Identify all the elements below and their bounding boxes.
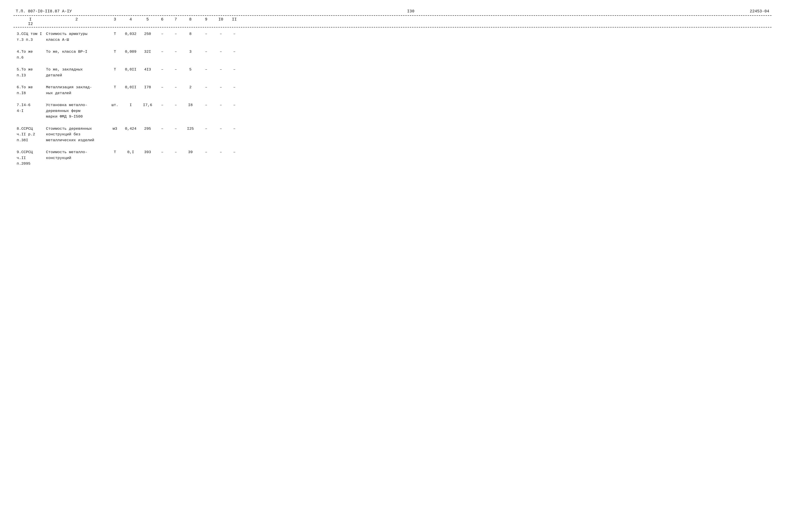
col-11: II: [228, 17, 241, 22]
cell-unit: Т: [108, 31, 122, 37]
cell-col10: –: [198, 84, 214, 90]
cell-col11: –: [214, 102, 228, 108]
cell-col10: –: [198, 126, 214, 132]
cell-ref: 4.То же п.6: [16, 49, 45, 60]
cell-col11: –: [214, 126, 228, 132]
cell-unit: Т: [108, 84, 122, 90]
cell-price: 4I3: [140, 67, 155, 73]
cell-price: 32I: [140, 49, 155, 55]
cell-unit: Т: [108, 49, 122, 55]
cell-price: I78: [140, 84, 155, 90]
cell-col9: I25: [182, 126, 198, 132]
cell-col12: –: [228, 102, 241, 108]
cell-qty: 0,I: [122, 149, 140, 155]
cell-col12: –: [228, 126, 241, 132]
cell-ref: 6.То же п.I8: [16, 84, 45, 96]
cell-col12: –: [228, 31, 241, 37]
cell-ref: 7.I4-6 4-I: [16, 102, 45, 114]
cell-col8: –: [169, 31, 182, 37]
cell-qty: 0,0II: [122, 84, 140, 90]
cell-col9: 5: [182, 67, 198, 73]
cell-ref: 9.ССРСЦ ч.II п.2095: [16, 149, 45, 167]
cell-col8: –: [169, 149, 182, 155]
cell-col11: –: [214, 67, 228, 73]
cell-ref: 5.То же п.I3: [16, 67, 45, 78]
table-row: 4.То же п.6То же, класса ВР–IТ0,00932I––…: [16, 46, 769, 63]
cell-col12: –: [228, 67, 241, 73]
cell-qty: 0,424: [122, 126, 140, 132]
cell-price: 295: [140, 126, 155, 132]
column-headers: I 2 3 4 5 6 7 8 9 I0 II I2: [14, 17, 771, 27]
cell-col8: –: [169, 49, 182, 55]
cell-desc: То же, класса ВР–I: [45, 49, 108, 55]
cell-col10: –: [198, 149, 214, 155]
cell-col7: –: [155, 102, 169, 108]
cell-qty: 0,0II: [122, 67, 140, 73]
cell-col8: –: [169, 126, 182, 132]
table-row: 9.ССРСЦ ч.II п.2095Стоимость металло- ко…: [16, 146, 769, 170]
cell-desc: Стоимость деревянных конструкций без мет…: [45, 126, 108, 143]
cell-unit: Т: [108, 67, 122, 73]
header-right: 22453-04: [750, 9, 769, 14]
cell-qty: 0,009: [122, 49, 140, 55]
cell-col8: –: [169, 102, 182, 108]
col-3: 3: [108, 17, 122, 22]
cell-col11: –: [214, 149, 228, 155]
cell-col7: –: [155, 149, 169, 155]
col-7: 7: [169, 17, 182, 22]
cell-col11: –: [214, 31, 228, 37]
cell-qty: 0,032: [122, 31, 140, 37]
cell-col7: –: [155, 67, 169, 73]
cell-price: 393: [140, 149, 155, 155]
cell-desc: Металлизация заклад- ных деталей: [45, 84, 108, 96]
cell-col9: I8: [182, 102, 198, 108]
cell-col9: 39: [182, 149, 198, 155]
cell-col7: –: [155, 84, 169, 90]
cell-unit: м3: [108, 126, 122, 132]
table-row: 6.То же п.I8Металлизация заклад- ных дет…: [16, 81, 769, 99]
cell-col11: –: [214, 49, 228, 55]
table-row: 3.ССЦ том I т.3 п.3Стоимость арматуры кл…: [16, 28, 769, 46]
cell-desc: Стоимость металло- конструкций: [45, 149, 108, 161]
col-4: 4: [122, 17, 140, 22]
col-2: 2: [45, 17, 108, 22]
cell-col10: –: [198, 102, 214, 108]
cell-col7: –: [155, 31, 169, 37]
col-6: 6: [155, 17, 169, 22]
cell-col12: –: [228, 84, 241, 90]
cell-ref: 3.ССЦ том I т.3 п.3: [16, 31, 45, 43]
cell-col8: –: [169, 67, 182, 73]
cell-col10: –: [198, 49, 214, 55]
cell-col7: –: [155, 49, 169, 55]
col-9: 9: [198, 17, 214, 22]
table-row: 5.То же п.I3То же, закладных деталейТ0,0…: [16, 63, 769, 81]
cell-price: 250: [140, 31, 155, 37]
cell-col10: –: [198, 67, 214, 73]
col-10: I0: [214, 17, 228, 22]
cell-col11: –: [214, 84, 228, 90]
top-divider: [14, 15, 771, 16]
cell-col7: –: [155, 126, 169, 132]
header-left: Т.П. 807-I0-II8.87 А-IУ: [16, 9, 72, 14]
cell-col9: 2: [182, 84, 198, 90]
cell-col12: –: [228, 49, 241, 55]
page-header: Т.П. 807-I0-II8.87 А-IУ I30 22453-04: [14, 9, 771, 14]
cell-unit: шт.: [108, 102, 122, 108]
col-8: 8: [182, 17, 198, 22]
cell-unit: Т: [108, 149, 122, 155]
table-body: 3.ССЦ том I т.3 п.3Стоимость арматуры кл…: [14, 28, 771, 170]
col-5: 5: [140, 17, 155, 22]
table-row: 7.I4-6 4-IУстановка металло- деревянных …: [16, 99, 769, 123]
cell-col9: 3: [182, 49, 198, 55]
header-center: I30: [407, 9, 414, 14]
cell-col12: –: [228, 149, 241, 155]
cell-price: I7,6: [140, 102, 155, 108]
cell-qty: I: [122, 102, 140, 108]
col-1: I: [16, 17, 45, 22]
table-row: 8.ССРСЦ ч.II р.2 п.38IСтоимость деревянн…: [16, 123, 769, 147]
cell-desc: Стоимость арматуры класса А-Ш: [45, 31, 108, 43]
cell-col8: –: [169, 84, 182, 90]
cell-desc: То же, закладных деталей: [45, 67, 108, 78]
cell-desc: Установка металло- деревянных ферм марки…: [45, 102, 108, 119]
cell-col9: 8: [182, 31, 198, 37]
